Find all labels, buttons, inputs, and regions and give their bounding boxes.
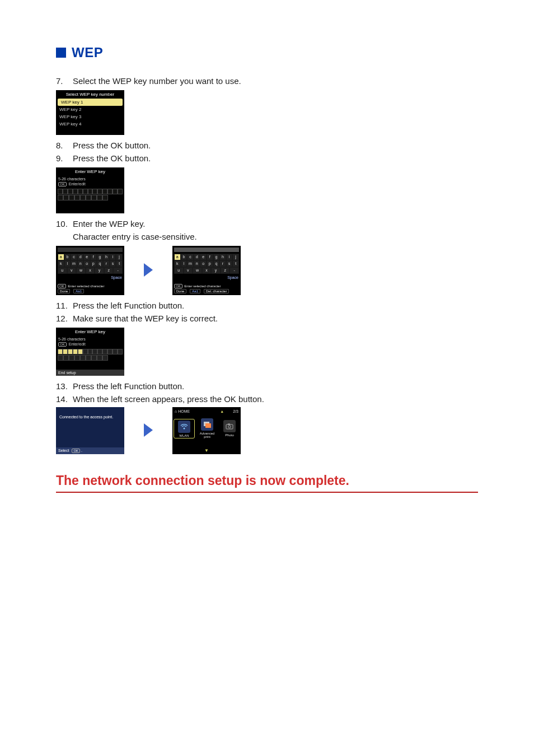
lcd-connected-msg: Connected to the access point. bbox=[56, 407, 124, 419]
kb-aa1-btn: Aa1 bbox=[190, 289, 200, 293]
tile-label: Photo bbox=[225, 433, 234, 437]
kb-done-btn: Done bbox=[174, 289, 186, 293]
home-tile-advanced-print: Advanced print bbox=[197, 418, 217, 438]
kb-key: f bbox=[207, 254, 213, 260]
kb-key: v bbox=[184, 267, 193, 274]
step-13: 13. Press the left Function button. bbox=[56, 381, 478, 391]
kb-space-label: Space bbox=[56, 274, 124, 279]
step-number: 10. bbox=[56, 219, 69, 228]
wep-key-row: WEP key 4 bbox=[56, 120, 124, 128]
kb-key: u bbox=[58, 267, 67, 274]
step-text: Press the OK button. bbox=[73, 153, 151, 163]
arrow-right-icon bbox=[142, 262, 154, 279]
step-10-screens: a b c d e f g h i j k l m bbox=[56, 246, 478, 295]
heading-bullet-icon bbox=[56, 48, 66, 58]
kb-space-label: Space bbox=[172, 274, 241, 279]
kb-key: h bbox=[219, 254, 226, 260]
kb-letter-grid: a b c d e f g h i j k l m bbox=[174, 254, 239, 274]
step-text: Press the OK button. bbox=[73, 141, 151, 150]
kb-key: p bbox=[90, 260, 97, 267]
lcd-hint-text: Enter/edit bbox=[69, 182, 86, 186]
step-text: When the left screen appears, press the … bbox=[73, 394, 264, 404]
arrow-right-icon bbox=[142, 422, 154, 440]
kb-key: z bbox=[104, 267, 114, 274]
kb-key: x bbox=[202, 267, 212, 274]
step-number: 8. bbox=[56, 141, 69, 150]
kb-input-field bbox=[58, 248, 123, 252]
step-number: 11. bbox=[56, 301, 69, 310]
step-subtext: Character entry is case-sensitive. bbox=[73, 232, 478, 241]
step-12: 12. Make sure that the WEP key is correc… bbox=[56, 314, 478, 323]
kb-key: n bbox=[194, 260, 200, 267]
kb-footer: OK Enter selected character Done Aa1 Del… bbox=[172, 283, 241, 295]
ok-badge-icon: OK bbox=[58, 342, 67, 347]
kb-key: s bbox=[226, 260, 233, 267]
section-heading-wep: WEP bbox=[56, 45, 478, 60]
kb-aa1-btn: Aa1 bbox=[73, 289, 84, 293]
kb-key: r bbox=[219, 260, 226, 267]
kb-key: - bbox=[229, 267, 239, 274]
step-text: Enter the WEP key. bbox=[73, 219, 146, 228]
kb-key: n bbox=[77, 260, 84, 267]
kb-key: f bbox=[90, 254, 97, 260]
kb-key: c bbox=[71, 254, 77, 260]
svg-rect-4 bbox=[205, 423, 211, 428]
step-8: 8. Press the OK button. bbox=[56, 141, 478, 150]
page-indicator: 2/3 bbox=[233, 409, 238, 413]
lcd-keyboard-empty: a b c d e f g h i j k l m bbox=[56, 246, 124, 295]
nav-up-icon: ▲ bbox=[220, 409, 224, 413]
wlan-icon bbox=[178, 421, 190, 433]
lcd-keyboard-filled: a b c d e f g h i j k l m bbox=[172, 246, 241, 295]
char-grid bbox=[58, 349, 123, 354]
kb-key: h bbox=[103, 254, 110, 260]
kb-key: v bbox=[67, 267, 77, 274]
home-tile-wlan: WLAN bbox=[174, 419, 195, 438]
kb-key: c bbox=[187, 254, 194, 260]
kb-key: y bbox=[211, 267, 221, 274]
kb-key: i bbox=[226, 254, 233, 260]
ok-badge-icon: OK bbox=[58, 182, 67, 186]
lcd-title: Enter WEP key bbox=[56, 329, 124, 336]
lcd-select-wep-key: Select WEP key number WEP key 1 WEP key … bbox=[56, 90, 124, 135]
kb-key: - bbox=[113, 267, 123, 274]
kb-key: y bbox=[95, 267, 104, 274]
kb-key: w bbox=[193, 267, 202, 274]
step-number: 7. bbox=[56, 76, 69, 86]
ok-badge-icon: OK bbox=[72, 449, 80, 453]
kb-key: j bbox=[232, 254, 239, 260]
kb-key: w bbox=[76, 267, 86, 274]
step-14-screens: Connected to the access point. Select OK… bbox=[56, 407, 478, 454]
kb-key: g bbox=[97, 254, 104, 260]
kb-key: a bbox=[174, 254, 181, 260]
step-text: Select the WEP key number you want to us… bbox=[73, 76, 241, 86]
kb-footer: OK Enter selected character Done Aa1 bbox=[56, 283, 124, 295]
lcd-hint: 5-26 characters bbox=[56, 336, 124, 341]
kb-key: u bbox=[174, 267, 184, 274]
step-number: 13. bbox=[56, 381, 69, 391]
wep-key-row: WEP key 2 bbox=[56, 106, 124, 113]
instruction-list: 7. Select the WEP key number you want to… bbox=[56, 76, 478, 454]
svg-rect-5 bbox=[226, 424, 233, 429]
wep-key-row: WEP key 1 bbox=[58, 99, 123, 106]
kb-hint-text: Enter selected character bbox=[68, 284, 104, 288]
kb-key: r bbox=[103, 260, 110, 267]
lcd-connected-footer: Select OK. bbox=[56, 447, 124, 454]
home-tiles: WLAN Advanced print bbox=[172, 418, 241, 438]
nav-down-icon: ▼ bbox=[172, 448, 241, 453]
kb-key: t bbox=[116, 260, 123, 267]
home-tile-photo: Photo bbox=[219, 420, 240, 437]
kb-key: k bbox=[58, 260, 64, 267]
kb-key: s bbox=[110, 260, 116, 267]
kb-key: q bbox=[213, 260, 220, 267]
kb-key: l bbox=[181, 260, 188, 267]
kb-key: z bbox=[221, 267, 230, 274]
step-11: 11. Press the left Function button. bbox=[56, 301, 478, 310]
lcd-hint: OK Enter/edit bbox=[56, 341, 124, 347]
kb-done-btn: Done bbox=[58, 289, 70, 293]
kb-key: m bbox=[187, 260, 194, 267]
home-label: HOME bbox=[178, 409, 190, 413]
lcd-enter-wep-empty: Enter WEP key 5-26 characters OK Enter/e… bbox=[56, 167, 124, 213]
kb-key: l bbox=[64, 260, 71, 267]
home-icon: ⌂ bbox=[175, 409, 177, 413]
char-grid bbox=[58, 189, 123, 200]
